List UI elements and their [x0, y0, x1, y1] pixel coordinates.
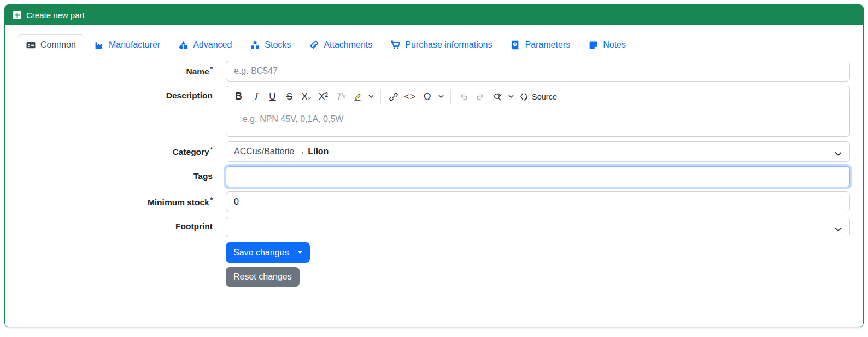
category-value-prefix: ACCus/Batterie →	[234, 147, 308, 156]
page: Create new part Common Manufacturer Adva…	[0, 0, 868, 337]
part-form: Name* Description B I U S X₂	[13, 61, 850, 287]
undo-icon	[459, 92, 468, 102]
special-characters-button[interactable]: Ω	[419, 89, 435, 104]
tab-label: Stocks	[265, 40, 291, 50]
link-icon	[389, 92, 398, 102]
source-editing-button[interactable]: Source	[517, 89, 559, 104]
save-button-label: Save changes	[233, 248, 289, 258]
highlight-dropdown-chevron[interactable]	[366, 89, 376, 104]
category-value-leaf: LiIon	[308, 147, 329, 156]
category-row: Category* ACCus/Batterie → LiIon	[13, 141, 850, 162]
category-select[interactable]: ACCus/Batterie → LiIon	[226, 141, 850, 162]
underline-button[interactable]: U	[265, 89, 280, 104]
required-marker: *	[210, 66, 213, 72]
description-row: Description B I U S X₂ X² Tx	[13, 86, 850, 137]
tab-label: Attachments	[324, 40, 372, 50]
footprint-label: Footprint	[13, 217, 226, 231]
card-body: Common Manufacturer Advanced Stocks Atta…	[5, 25, 863, 327]
find-and-replace-button[interactable]	[489, 89, 505, 104]
undo-button[interactable]	[455, 89, 471, 104]
card-header: Create new part	[5, 5, 863, 25]
source-button-label: Source	[532, 92, 557, 101]
tab-stocks[interactable]: Stocks	[241, 34, 300, 55]
superscript-button[interactable]: X²	[315, 89, 331, 104]
tab-attachments[interactable]: Attachments	[300, 34, 382, 55]
tab-advanced[interactable]: Advanced	[169, 34, 241, 55]
rich-text-toolbar: B I U S X₂ X² Tx	[226, 86, 850, 107]
tab-label: Purchase informations	[405, 40, 492, 50]
actions-row: Save changes Reset changes	[13, 242, 850, 287]
tab-bar: Common Manufacturer Advanced Stocks Atta…	[17, 34, 850, 55]
create-part-card: Create new part Common Manufacturer Adva…	[4, 4, 864, 327]
bold-button[interactable]: B	[231, 89, 247, 104]
page-title: Create new part	[26, 10, 85, 20]
italic-button[interactable]: I	[248, 89, 263, 104]
link-button[interactable]	[385, 89, 401, 104]
tab-label: Advanced	[193, 40, 232, 50]
minimum-stock-input[interactable]	[226, 191, 850, 212]
tab-label: Manufacturer	[109, 40, 160, 50]
footprint-row: Footprint	[13, 217, 850, 237]
name-label: Name*	[13, 61, 226, 77]
description-placeholder: e.g. NPN 45V, 0,1A, 0,5W	[243, 114, 343, 124]
special-characters-dropdown-chevron[interactable]	[436, 89, 446, 104]
tab-notes[interactable]: Notes	[579, 34, 635, 55]
shopping-cart-icon	[391, 40, 400, 50]
find-and-replace-icon	[492, 92, 502, 102]
sticky-note-icon	[589, 40, 598, 50]
description-editor[interactable]: e.g. NPN 45V, 0,1A, 0,5W	[226, 107, 850, 137]
paperclip-icon	[309, 40, 319, 50]
highlight-marker-icon	[353, 92, 362, 102]
redo-button[interactable]	[472, 89, 488, 104]
tab-manufacturer[interactable]: Manufacturer	[85, 34, 169, 55]
tags-input[interactable]	[226, 166, 850, 187]
code-button[interactable]: <>	[402, 89, 418, 104]
save-button[interactable]: Save changes	[226, 242, 310, 263]
strikethrough-button[interactable]: S	[281, 89, 297, 104]
tab-label: Notes	[603, 40, 626, 50]
find-and-replace-dropdown-chevron[interactable]	[506, 89, 516, 104]
caret-down-icon	[298, 251, 302, 254]
shapes-icon	[179, 40, 188, 50]
required-marker: *	[210, 146, 213, 153]
toolbar-separator	[450, 90, 451, 104]
tab-parameters[interactable]: Parameters	[501, 34, 579, 55]
id-card-icon	[26, 40, 36, 50]
tab-label: Common	[40, 40, 76, 50]
remove-format-button[interactable]: Tx	[332, 89, 348, 104]
category-label: Category*	[13, 141, 226, 157]
tab-label: Parameters	[525, 40, 570, 50]
cubes-icon	[250, 40, 260, 50]
subscript-button[interactable]: X₂	[298, 89, 314, 104]
actions-spacer	[13, 242, 226, 247]
book-icon	[511, 40, 520, 50]
required-marker: *	[210, 196, 213, 203]
tab-common[interactable]: Common	[17, 34, 85, 55]
description-label: Description	[13, 86, 226, 101]
minimum-stock-row: Minimum stock*	[13, 191, 850, 212]
name-row: Name*	[13, 61, 850, 82]
tags-label: Tags	[13, 166, 226, 181]
tab-purchase-informations[interactable]: Purchase informations	[382, 34, 501, 55]
highlight-button[interactable]	[349, 89, 365, 104]
toolbar-separator	[380, 90, 381, 104]
chevron-down-icon	[835, 149, 842, 159]
plus-square-icon	[13, 11, 21, 19]
chevron-down-icon	[835, 224, 842, 234]
factory-icon	[95, 40, 104, 50]
tags-row: Tags	[13, 166, 850, 187]
name-input[interactable]	[226, 61, 850, 82]
footprint-select[interactable]	[226, 217, 850, 237]
redo-icon	[476, 92, 485, 102]
minimum-stock-label: Minimum stock*	[13, 191, 226, 207]
source-code-icon	[519, 91, 529, 102]
reset-button[interactable]: Reset changes	[226, 267, 300, 287]
save-dropdown-toggle[interactable]	[297, 251, 302, 254]
